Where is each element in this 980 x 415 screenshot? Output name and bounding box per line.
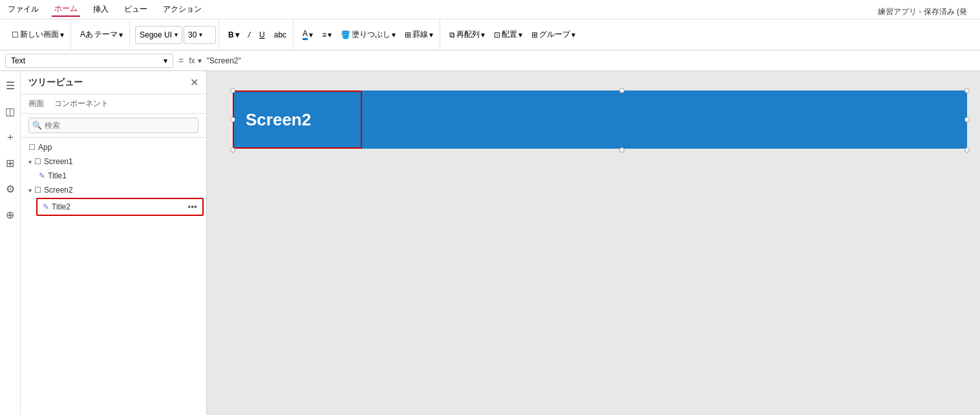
reorder-button[interactable]: ⧉ 再配列 ▾ (445, 27, 489, 43)
icon-sidebar: ☰ ◫ ＋ ⊞ ⚙ ⊕ (0, 71, 21, 415)
strikethrough-button[interactable]: abc (270, 28, 290, 42)
tree-close-button[interactable]: ✕ (190, 76, 198, 89)
new-screen-button[interactable]: ☐ 新しい画面 ▾ (8, 27, 68, 43)
data-icon: ⚙ (6, 183, 15, 195)
canvas-element-text: Screen2 (246, 110, 311, 130)
title1-edit-icon: ✎ (39, 171, 45, 180)
theme-arrow: ▾ (119, 30, 123, 39)
ribbon-new-screen-group: ☐ 新しい画面 ▾ (5, 19, 71, 50)
font-color-label: A (303, 29, 308, 40)
bold-arrow: ▾ (235, 30, 239, 39)
formula-bar: Text ▾ = fx ▾ "Screen2" (0, 50, 980, 71)
tree-app-item[interactable]: ☐ App (21, 140, 206, 154)
handle-middle-right[interactable] (964, 117, 970, 122)
handle-bottom-right[interactable] (964, 147, 970, 153)
screen2-label: Screen2 (44, 186, 73, 195)
screen1-icon: ☐ (34, 157, 41, 166)
component-icon: ⊞ (6, 157, 14, 169)
font-color-button[interactable]: A ▾ (299, 27, 317, 43)
screen1-label: Screen1 (44, 157, 73, 166)
group-button[interactable]: ⊞ グループ ▾ (527, 27, 579, 43)
title1-label: Title1 (48, 171, 67, 180)
layers-button[interactable]: ◫ (1, 102, 19, 120)
main-layout: ☰ ◫ ＋ ⊞ ⚙ ⊕ ツリービュー ✕ 画面 コンポーネント 🔍 (0, 71, 980, 415)
controls-icon: ⊕ (6, 209, 14, 221)
bold-label: B (228, 30, 234, 39)
formula-fx-arrow: ▾ (198, 56, 202, 65)
tree-screen1-item[interactable]: ▾ ☐ Screen1 (21, 154, 206, 169)
tab-screens[interactable]: 画面 (28, 97, 44, 111)
fill-label: 塗りつぶし (352, 29, 390, 40)
formula-value[interactable]: "Screen2" (207, 56, 241, 65)
position-button[interactable]: ⊡ 配置 ▾ (490, 27, 526, 43)
ribbon-color-group: A ▾ ≡ ▾ 🪣 塗りつぶし ▾ ⊞ 罫線 ▾ (296, 19, 440, 50)
ribbon-arrange-group: ⧉ 再配列 ▾ ⊡ 配置 ▾ ⊞ グループ ▾ (443, 19, 582, 50)
ribbon-theme-group: Aあ テーマ ▾ (74, 19, 130, 50)
app-label: App (38, 143, 52, 152)
tree-title: ツリービュー (28, 77, 83, 89)
underline-button[interactable]: U (255, 28, 269, 42)
position-icon: ⊡ (494, 30, 500, 39)
menu-view[interactable]: ビュー (122, 3, 150, 16)
font-family-dropdown[interactable]: Segoe UI ▾ (135, 26, 182, 44)
tree-title2-item[interactable]: ✎ Title2 ••• (36, 198, 204, 216)
components-button[interactable]: ⊞ (1, 154, 19, 172)
search-input[interactable] (28, 118, 198, 133)
tab-components[interactable]: コンポーネント (54, 97, 109, 111)
ribbon-format-group: B ▾ / U abc (222, 19, 293, 50)
formula-name-box[interactable]: Text ▾ (5, 54, 173, 68)
reorder-arrow: ▾ (481, 30, 485, 39)
handle-bottom-center[interactable] (619, 147, 624, 153)
menu-bar: ファイル ホーム 挿入 ビュー アクション 練習アプリ - 保存済み (発 (0, 0, 980, 19)
fill-button[interactable]: 🪣 塗りつぶし ▾ (337, 27, 399, 43)
menu-action[interactable]: アクション (160, 3, 204, 16)
add-button[interactable]: ＋ (1, 128, 19, 146)
handle-top-right[interactable] (964, 88, 970, 93)
controls-button[interactable]: ⊕ (1, 206, 19, 224)
font-color-arrow: ▾ (309, 30, 313, 39)
border-button[interactable]: ⊞ 罫線 ▾ (401, 27, 437, 43)
align-arrow: ▾ (328, 30, 332, 39)
handle-bottom-left[interactable] (230, 147, 235, 153)
data-button[interactable]: ⚙ (1, 180, 19, 198)
menu-home[interactable]: ホーム (52, 2, 80, 17)
font-family-arrow: ▾ (175, 31, 178, 38)
tree-screen2-item[interactable]: ▾ ☐ Screen2 (21, 183, 206, 197)
group-label: グループ (539, 29, 570, 40)
canvas-area[interactable]: Screen2 (207, 71, 980, 415)
handle-top-left[interactable] (230, 88, 235, 93)
menu-file[interactable]: ファイル (5, 3, 41, 16)
title2-more-button[interactable]: ••• (187, 202, 197, 212)
menu-insert[interactable]: 挿入 (91, 3, 111, 16)
ribbon-font-group: Segoe UI ▾ 30 ▾ (133, 19, 219, 50)
group-arrow: ▾ (571, 30, 575, 39)
font-size-dropdown[interactable]: 30 ▾ (184, 26, 216, 44)
formula-fx-button[interactable]: fx ▾ (189, 56, 201, 65)
tree-title1-item[interactable]: ✎ Title1 (31, 169, 206, 183)
align-button[interactable]: ≡ ▾ (318, 28, 336, 42)
title2-label: Title2 (52, 202, 70, 211)
theme-button[interactable]: Aあ テーマ ▾ (76, 27, 127, 43)
handle-middle-left[interactable] (230, 117, 235, 122)
border-label: 罫線 (412, 29, 428, 40)
tree-header: ツリービュー ✕ (21, 71, 206, 94)
formula-name-arrow: ▾ (164, 56, 167, 65)
font-size-value: 30 (188, 30, 197, 39)
app-title: 練習アプリ - 保存済み (発 (875, 5, 970, 19)
theme-icon: Aあ (80, 29, 93, 40)
hamburger-button[interactable]: ☰ (1, 76, 19, 94)
tree-search-area: 🔍 (21, 114, 206, 138)
bold-button[interactable]: B ▾ (224, 28, 243, 42)
theme-label: テーマ (94, 29, 118, 40)
position-arrow: ▾ (518, 30, 522, 39)
handle-top-center[interactable] (619, 88, 624, 93)
canvas-title2-element[interactable]: Screen2 (233, 90, 967, 149)
font-size-arrow: ▾ (199, 31, 202, 38)
fill-arrow: ▾ (392, 30, 396, 39)
search-wrapper: 🔍 (28, 118, 198, 133)
layers-icon: ◫ (5, 105, 15, 118)
italic-label: / (248, 30, 250, 39)
italic-button[interactable]: / (244, 28, 254, 42)
font-family-value: Segoe UI (140, 30, 172, 39)
screen2-icon: ☐ (34, 186, 41, 195)
